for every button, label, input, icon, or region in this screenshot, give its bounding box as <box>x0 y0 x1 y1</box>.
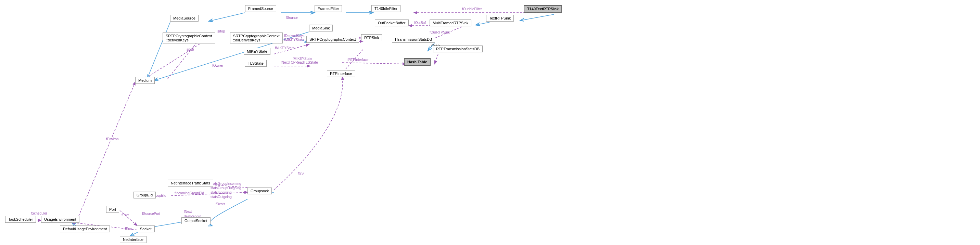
diagram-arrows: fOurIdleFilter fOutBuf fOurRTPSink fTabl… <box>0 0 980 245</box>
node-netinterface[interactable]: NetInterface <box>120 236 146 243</box>
svg-line-17 <box>147 22 170 79</box>
svg-text:fSource: fSource <box>286 16 298 19</box>
node-defaultusageenvironment[interactable]: DefaultUsageEnvironment <box>60 226 110 232</box>
node-outpacketbuffer[interactable]: OutPacketBuffer <box>375 19 409 26</box>
svg-text:fMIKEYState: fMIKEYState <box>275 46 295 50</box>
node-srtpcrypto[interactable]: SRTPCryptographicContext <box>306 36 359 43</box>
node-netinterfacetrafficstats[interactable]: NetInterfaceTrafficStats <box>168 180 213 186</box>
svg-line-51 <box>79 82 135 216</box>
node-mediasource[interactable]: MediaSource <box>170 15 199 22</box>
svg-text:fEnviron: fEnviron <box>106 137 119 141</box>
svg-line-48 <box>120 210 137 226</box>
node-groupeid[interactable]: GroupEId <box>134 192 156 199</box>
svg-text:statsIncoming: statsIncoming <box>210 191 232 194</box>
node-outputsocket[interactable]: OutputSocket <box>181 217 210 224</box>
svg-text:fDests: fDests <box>216 202 225 206</box>
svg-text:fMIKEYState: fMIKEYState <box>293 57 312 60</box>
svg-text:fMIKEYState: fMIKEYState <box>284 38 304 42</box>
node-usageenvironment[interactable]: UsageEnvironment <box>41 216 80 223</box>
svg-text:statsGroupIncoming: statsGroupIncoming <box>210 182 241 185</box>
svg-text:statsOutgoing: statsOutgoing <box>210 195 232 199</box>
svg-text:fGS: fGS <box>298 172 304 175</box>
svg-line-31 <box>342 63 406 64</box>
svg-text:fNextTCPReadTLSState: fNextTCPReadTLSState <box>281 60 318 64</box>
svg-text:fRTPInterface: fRTPInterface <box>347 58 369 62</box>
node-port[interactable]: Port <box>106 206 119 213</box>
node-tlsstate[interactable]: TLSState <box>245 60 267 67</box>
svg-line-11 <box>435 54 438 64</box>
svg-text:fOurIdleFilter: fOurIdleFilter <box>462 7 482 11</box>
svg-text:fOwner: fOwner <box>212 64 224 67</box>
svg-line-24 <box>274 45 309 54</box>
node-srtpcrypto-derived[interactable]: SRTPCryptographicContext::derivedKeys <box>162 32 215 43</box>
node-t140textrtpsink[interactable]: T140TextRTPSink <box>524 5 562 13</box>
node-itransmissionstatsdb[interactable]: ITransmissionStatsDB <box>392 36 435 43</box>
svg-text:statsGroupOutgoing: statsGroupOutgoing <box>210 186 241 190</box>
svg-line-3 <box>476 22 490 25</box>
svg-line-59 <box>168 40 199 79</box>
svg-text:fIncomingGroupEId: fIncomingGroupEId <box>175 191 204 195</box>
node-textrtpsink[interactable]: TextRTPSink <box>486 15 514 22</box>
svg-text:fSourcePort: fSourcePort <box>142 212 160 216</box>
node-t140idlefilter[interactable]: T140IdleFilter <box>371 5 401 12</box>
svg-text:fPort: fPort <box>121 213 129 217</box>
svg-text:fOutBuf: fOutBuf <box>414 21 426 25</box>
node-framedfilter[interactable]: FramedFilter <box>315 5 342 12</box>
node-framedsource[interactable]: FramedSource <box>245 5 276 12</box>
node-rtptransmissionstatsdb[interactable]: RTPTransmissionStatsDB <box>433 46 483 52</box>
svg-text:fOurRTPSink: fOurRTPSink <box>430 30 450 34</box>
svg-text:fNext: fNext <box>184 210 192 213</box>
svg-line-2 <box>520 14 554 21</box>
svg-text:fScheduler: fScheduler <box>31 212 47 215</box>
node-mikeystate[interactable]: MIKEYState <box>244 48 270 55</box>
node-srtpcrypto-all[interactable]: SRTPCryptographicContext::allDerivedKeys <box>230 32 283 43</box>
svg-text:srtop: srtop <box>217 29 225 33</box>
node-multiframedrtpsink[interactable]: MultiFramedRTPSink <box>430 19 471 26</box>
node-rtpinterface[interactable]: RTPInterface <box>327 70 355 77</box>
svg-line-19 <box>144 40 205 80</box>
node-medium[interactable]: Medium <box>135 77 155 84</box>
svg-line-40 <box>171 192 248 196</box>
svg-line-33 <box>342 49 363 73</box>
node-tasksscheduler[interactable]: TaskScheduler <box>5 216 36 223</box>
node-socket[interactable]: Socket <box>137 226 155 232</box>
node-rtpsink[interactable]: RTPSink <box>361 34 382 41</box>
svg-text:fDerivedKeys: fDerivedKeys <box>284 34 304 38</box>
node-groupsock[interactable]: Groupsock <box>248 188 272 194</box>
node-hashtable[interactable]: Hash Table <box>404 58 431 66</box>
node-mediasink[interactable]: MediaSink <box>309 25 333 32</box>
svg-text:srtcp: srtcp <box>186 48 194 51</box>
svg-line-12 <box>209 13 245 21</box>
diagram-container: fOurIdleFilter fOutBuf fOurRTPSink fTabl… <box>0 0 980 245</box>
svg-text:fEnv: fEnv <box>125 227 132 231</box>
